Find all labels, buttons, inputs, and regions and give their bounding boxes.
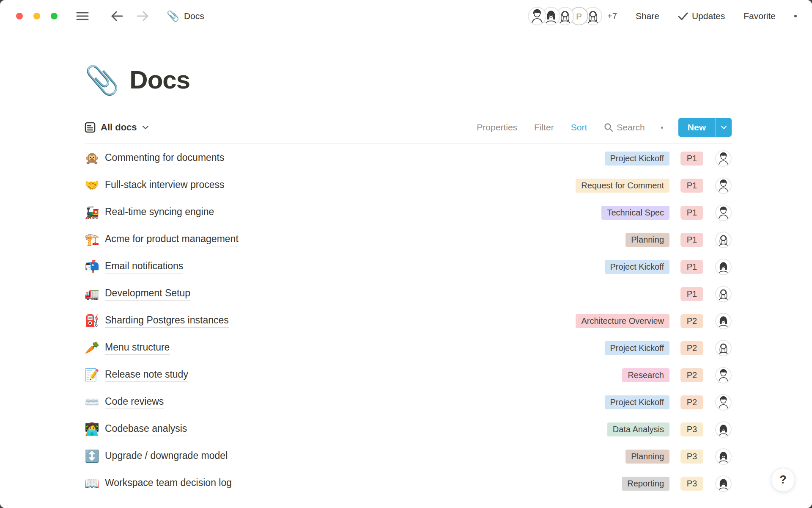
app-window: 📎 Docs P +7 Share: [0, 0, 812, 508]
breadcrumb[interactable]: 📎 Docs: [167, 11, 204, 21]
table-row[interactable]: 📬 Email notifications Project Kickoff P1: [85, 253, 732, 280]
doc-emoji-icon: 🥕: [85, 342, 105, 354]
table-row[interactable]: 📝 Release note study Research P2: [85, 362, 732, 389]
table-row[interactable]: ⌨️ Code reviews Project Kickoff P2: [85, 389, 732, 416]
doc-tag[interactable]: Architecture Overview: [576, 314, 669, 328]
priority-badge[interactable]: P1: [680, 152, 703, 166]
search-icon: [604, 123, 613, 132]
new-doc-button-label: New: [678, 118, 715, 137]
doc-title[interactable]: Acme for product management: [105, 233, 239, 246]
sidebar-toggle-button[interactable]: [76, 11, 89, 21]
doc-title[interactable]: Code reviews: [105, 396, 164, 409]
table-row[interactable]: 👩‍💻 Codebase analysis Data Analysis P3: [85, 416, 732, 443]
priority-badge[interactable]: P2: [680, 314, 703, 328]
collaborator-avatars[interactable]: P: [528, 7, 602, 25]
doc-tag[interactable]: Reporting: [622, 477, 669, 491]
avatar-overflow-count[interactable]: +7: [607, 11, 617, 21]
doc-tag[interactable]: Planning: [625, 233, 669, 247]
avatar: [715, 286, 732, 302]
priority-badge[interactable]: P3: [680, 450, 703, 464]
toolbar-divider: [85, 144, 732, 144]
favorite-button-label: Favorite: [743, 11, 776, 21]
avatar: [715, 448, 732, 465]
help-button[interactable]: ?: [771, 468, 795, 492]
sort-button[interactable]: Sort: [571, 122, 587, 133]
priority-badge[interactable]: P2: [680, 395, 703, 409]
priority-badge[interactable]: P2: [680, 341, 703, 355]
table-row[interactable]: 🙊 Commenting for documents Project Kicko…: [85, 145, 732, 172]
chevron-down-icon: [142, 125, 149, 130]
arrow-left-icon: [111, 11, 123, 22]
doc-tag[interactable]: Research: [622, 368, 669, 382]
view-more-button[interactable]: [661, 127, 663, 129]
ellipsis-icon: [794, 15, 797, 17]
doc-tag[interactable]: Planning: [625, 450, 669, 464]
doc-title[interactable]: Menu structure: [105, 342, 170, 355]
forward-button[interactable]: [136, 11, 149, 22]
svg-text:P: P: [576, 11, 582, 21]
updates-button[interactable]: Updates: [678, 11, 725, 21]
window-controls: [16, 13, 58, 19]
priority-badge[interactable]: P1: [680, 260, 703, 274]
doc-title[interactable]: Email notifications: [105, 260, 183, 273]
avatar[interactable]: [528, 7, 546, 25]
table-row[interactable]: ↕️ Upgrade / downgrade model Planning P3: [85, 443, 732, 470]
doc-title[interactable]: Real-time syncing engine: [105, 206, 214, 219]
more-options-button[interactable]: [794, 15, 797, 17]
doc-tag[interactable]: Project Kickoff: [605, 395, 669, 409]
table-row[interactable]: 🏗️ Acme for product management Planning …: [85, 226, 732, 253]
doc-title[interactable]: Release note study: [105, 369, 188, 382]
avatar: [715, 232, 732, 248]
properties-button[interactable]: Properties: [477, 122, 517, 133]
question-mark-icon: ?: [779, 473, 787, 486]
avatar: [715, 204, 732, 221]
table-row[interactable]: 📖 Workspace team decision log Reporting …: [85, 470, 732, 497]
share-button[interactable]: Share: [636, 11, 659, 21]
doc-title[interactable]: Full-stack interview process: [105, 179, 224, 192]
close-window-button[interactable]: [16, 13, 23, 19]
doc-title[interactable]: Sharding Postgres instances: [105, 315, 229, 328]
table-row[interactable]: 🤝 Full-stack interview process Request f…: [85, 172, 732, 199]
doc-tag[interactable]: Project Kickoff: [605, 260, 669, 274]
priority-badge[interactable]: P1: [680, 233, 703, 247]
table-row[interactable]: ⛽ Sharding Postgres instances Architectu…: [85, 307, 732, 334]
doc-tag[interactable]: Project Kickoff: [605, 152, 669, 166]
priority-badge[interactable]: P2: [680, 368, 703, 382]
view-toolbar: All docs Properties Filter Sort: [85, 118, 732, 137]
priority-badge[interactable]: P1: [680, 206, 703, 220]
zoom-window-button[interactable]: [51, 13, 58, 19]
back-button[interactable]: [111, 11, 123, 22]
search-button[interactable]: Search: [604, 122, 645, 133]
page-icon[interactable]: 📎: [85, 66, 119, 94]
page-header: 📎 Docs: [85, 65, 732, 94]
doc-title[interactable]: Upgrade / downgrade model: [105, 450, 228, 463]
doc-tag[interactable]: Data Analysis: [607, 422, 669, 436]
priority-badge[interactable]: P1: [680, 287, 703, 301]
doc-title[interactable]: Workspace team decision log: [105, 477, 232, 490]
properties-button-label: Properties: [477, 122, 517, 133]
filter-button[interactable]: Filter: [534, 122, 554, 133]
view-selector[interactable]: All docs: [85, 122, 149, 133]
doc-title[interactable]: Commenting for documents: [105, 152, 225, 165]
avatar: [715, 394, 732, 411]
priority-badge[interactable]: P3: [680, 422, 703, 436]
priority-badge[interactable]: P1: [680, 179, 703, 193]
table-row[interactable]: 🚛 Development Setup P1: [85, 280, 732, 307]
priority-badge[interactable]: P3: [680, 477, 703, 491]
doc-tag[interactable]: Project Kickoff: [605, 341, 669, 355]
top-bar: 📎 Docs P +7 Share: [0, 0, 812, 32]
doc-tag[interactable]: Technical Spec: [601, 206, 669, 220]
table-row[interactable]: 🚂 Real-time syncing engine Technical Spe…: [85, 199, 732, 226]
doc-title[interactable]: Codebase analysis: [105, 423, 187, 436]
table-row[interactable]: 🥕 Menu structure Project Kickoff P2: [85, 334, 732, 362]
minimize-window-button[interactable]: [33, 13, 40, 19]
doc-title[interactable]: Development Setup: [105, 287, 190, 301]
new-doc-button[interactable]: New: [678, 118, 732, 137]
new-doc-dropdown[interactable]: [716, 118, 732, 137]
doc-emoji-icon: 🙊: [85, 152, 105, 164]
avatar: [715, 313, 732, 329]
favorite-button[interactable]: Favorite: [743, 11, 776, 21]
doc-tag[interactable]: Request for Comment: [576, 179, 669, 193]
doc-emoji-icon: 🏗️: [85, 234, 105, 246]
avatar: [715, 421, 732, 438]
